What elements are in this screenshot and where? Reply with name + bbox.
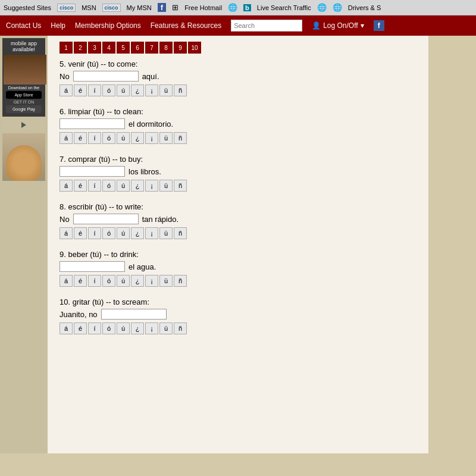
exercise-answer-input[interactable] — [101, 309, 167, 320]
char-button[interactable]: á — [60, 275, 73, 287]
exercise-answer-input[interactable] — [60, 118, 125, 129]
char-button[interactable]: á — [60, 227, 73, 239]
char-button[interactable]: ú — [117, 275, 130, 287]
exercise-label: 6. limpiar (tú) -- to clean: — [60, 107, 416, 116]
app-ad-text: mobile app available! — [4, 40, 44, 52]
char-button[interactable]: ñ — [174, 227, 187, 239]
char-button[interactable]: í — [88, 180, 101, 192]
page-btn-8[interactable]: 8 — [159, 42, 173, 54]
char-button[interactable]: ó — [102, 322, 115, 334]
page-btn-10[interactable]: 10 — [188, 42, 201, 54]
char-button[interactable]: é — [74, 84, 87, 96]
exercise-suffix: el agua. — [129, 262, 156, 271]
features-link[interactable]: Features & Resources — [151, 21, 221, 30]
app-store-button[interactable]: App Store — [6, 91, 42, 99]
char-button[interactable]: ú — [117, 180, 130, 192]
char-button[interactable]: ¡ — [145, 227, 158, 239]
facebook-nav-icon[interactable]: f — [374, 20, 384, 31]
exercise-input-row: el dormitorio. — [60, 118, 416, 129]
char-button[interactable]: ó — [102, 180, 115, 192]
char-button[interactable]: ñ — [174, 132, 187, 144]
char-button[interactable]: ü — [159, 84, 173, 96]
char-button[interactable]: á — [60, 322, 73, 334]
page-btn-2[interactable]: 2 — [74, 42, 87, 54]
char-button[interactable]: ú — [117, 84, 130, 96]
globe-icon-2: 🌐 — [317, 3, 327, 12]
exercise-answer-input[interactable] — [73, 71, 139, 82]
search-input[interactable] — [231, 20, 302, 32]
char-button[interactable]: ü — [159, 132, 173, 144]
drivers-link[interactable]: Drivers & S — [348, 4, 381, 11]
char-button[interactable]: ¿ — [131, 275, 144, 287]
char-button[interactable]: ó — [102, 84, 115, 96]
page-btn-5[interactable]: 5 — [117, 42, 130, 54]
facebook-bookmark-icon[interactable]: f — [158, 3, 166, 12]
char-button[interactable]: ü — [159, 227, 173, 239]
char-button[interactable]: ó — [102, 275, 115, 287]
char-button[interactable]: ¡ — [145, 180, 158, 192]
char-button[interactable]: é — [74, 180, 87, 192]
page-btn-4[interactable]: 4 — [102, 42, 115, 54]
play-triangle-icon — [21, 122, 26, 128]
char-button[interactable]: ñ — [174, 180, 187, 192]
char-button[interactable]: í — [88, 132, 101, 144]
char-button[interactable]: ó — [102, 227, 115, 239]
char-button[interactable]: á — [60, 180, 73, 192]
google-play-button[interactable]: Google Play — [6, 105, 42, 113]
char-button[interactable]: é — [74, 322, 87, 334]
char-button[interactable]: ¡ — [145, 275, 158, 287]
play-button-area[interactable] — [2, 120, 45, 130]
dog-head — [6, 145, 42, 181]
exercise-answer-input[interactable] — [73, 214, 139, 224]
page-btn-1[interactable]: 1 — [60, 42, 73, 54]
char-button[interactable]: í — [88, 227, 101, 239]
app-ad-box: mobile app available! Download on the Ap… — [2, 38, 45, 117]
char-button[interactable]: í — [88, 84, 101, 96]
char-button[interactable]: ¡ — [145, 322, 158, 334]
char-button[interactable]: ó — [102, 132, 115, 144]
char-button[interactable]: ¡ — [145, 132, 158, 144]
globe-icon-1: 🌐 — [228, 3, 237, 12]
page-btn-6[interactable]: 6 — [131, 42, 144, 54]
char-button[interactable]: ü — [159, 322, 173, 334]
char-button[interactable]: ñ — [174, 84, 187, 96]
char-button[interactable]: ñ — [174, 275, 187, 287]
char-button[interactable]: ¿ — [131, 84, 144, 96]
char-button[interactable]: é — [74, 275, 87, 287]
exercise-answer-input[interactable] — [60, 261, 125, 272]
char-button[interactable]: á — [60, 132, 73, 144]
char-button[interactable]: í — [88, 322, 101, 334]
membership-link[interactable]: Membership Options — [75, 21, 141, 30]
char-button[interactable]: é — [74, 132, 87, 144]
exercises-container: 5. venir (tú) -- to come:Noaquí.áéíóú¿¡ü… — [60, 60, 416, 334]
char-button[interactable]: í — [88, 275, 101, 287]
login-button[interactable]: 👤 Log On/Off ▾ — [312, 21, 364, 30]
char-button[interactable]: ú — [117, 322, 130, 334]
msn-link[interactable]: MSN — [82, 4, 96, 11]
char-button[interactable]: ¿ — [131, 227, 144, 239]
exercise-prefix: No — [60, 215, 70, 224]
char-button[interactable]: ú — [117, 132, 130, 144]
page-btn-9[interactable]: 9 — [174, 42, 187, 54]
char-button[interactable]: é — [74, 227, 87, 239]
char-button[interactable]: ¿ — [131, 180, 144, 192]
exercise-label: 7. comprar (tú) -- to buy: — [60, 155, 416, 164]
char-button[interactable]: ü — [159, 180, 173, 192]
char-button[interactable]: ¿ — [131, 132, 144, 144]
char-button[interactable]: ¡ — [145, 84, 158, 96]
page-btn-7[interactable]: 7 — [145, 42, 158, 54]
char-button[interactable]: á — [60, 84, 73, 96]
exercise-answer-input[interactable] — [60, 166, 125, 177]
contact-link[interactable]: Contact Us — [6, 21, 41, 30]
char-button[interactable]: ú — [117, 227, 130, 239]
page-btn-3[interactable]: 3 — [88, 42, 101, 54]
help-link[interactable]: Help — [51, 21, 65, 30]
download-text: Download on the — [4, 86, 44, 90]
live-search-link[interactable]: Live Search Traffic — [257, 4, 311, 11]
char-button[interactable]: ñ — [174, 322, 187, 334]
char-button[interactable]: ü — [159, 275, 173, 287]
exercise-prefix: Juanito, no — [60, 310, 98, 319]
char-button[interactable]: ¿ — [131, 322, 144, 334]
hotmail-link[interactable]: Free Hotmail — [184, 4, 222, 11]
my-msn-link[interactable]: My MSN — [127, 4, 152, 11]
